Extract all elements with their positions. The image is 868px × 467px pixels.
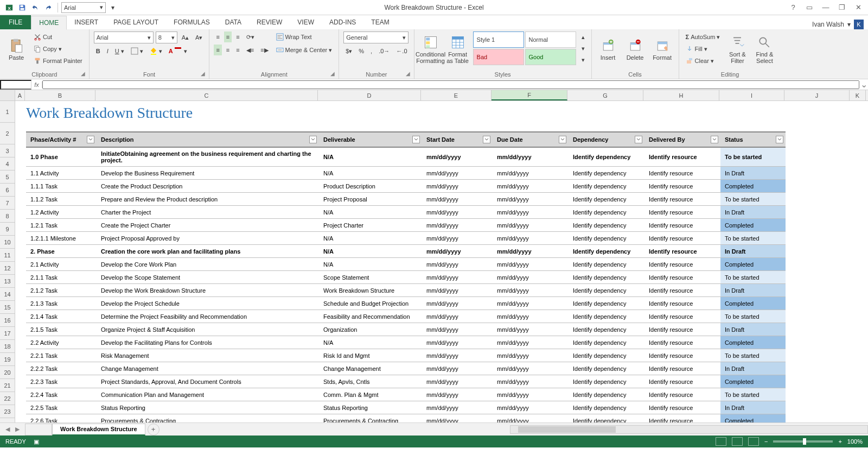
conditional-formatting-button[interactable]: Conditional Formatting bbox=[419, 31, 443, 67]
row-header-22[interactable]: 22 bbox=[0, 392, 15, 405]
table-cell[interactable]: 1.0 Phase bbox=[26, 147, 97, 167]
ribbon-tab-review[interactable]: REVIEW bbox=[249, 15, 290, 29]
table-cell[interactable]: Change Management bbox=[97, 362, 319, 375]
font-color-button[interactable]: A▾ bbox=[167, 46, 189, 56]
find-select-button[interactable]: Find & Select bbox=[752, 31, 776, 67]
row-header-24[interactable]: 24 bbox=[0, 418, 15, 422]
table-cell[interactable]: Identify dependency bbox=[569, 271, 644, 284]
table-cell[interactable]: Identify dependency bbox=[569, 206, 644, 219]
table-cell[interactable]: mm/dd/yyyy bbox=[422, 245, 493, 258]
table-cell[interactable]: In Draft bbox=[720, 167, 786, 180]
table-cell[interactable]: Product Description bbox=[319, 180, 422, 193]
filter-button[interactable] bbox=[711, 136, 718, 143]
table-cell[interactable]: Status Reporting bbox=[97, 401, 319, 414]
fx-icon[interactable]: fx bbox=[31, 81, 42, 88]
table-cell[interactable]: mm/dd/yyyy bbox=[493, 414, 569, 423]
table-cell[interactable]: Project Standards, Approval, And Documen… bbox=[97, 375, 319, 388]
alignment-launcher-icon[interactable]: ◢ bbox=[330, 71, 337, 77]
worksheet-grid[interactable]: ABCDEFGHIJK 1234567891011121314151617181… bbox=[0, 90, 868, 422]
insert-cells-button[interactable]: Insert bbox=[596, 31, 620, 67]
fill-color-button[interactable]: ▾ bbox=[148, 46, 164, 56]
formula-bar-expand-icon[interactable]: ⌄ bbox=[859, 79, 868, 90]
table-cell[interactable]: mm/dd/yyyy bbox=[422, 219, 493, 232]
align-bottom-icon[interactable]: ≡ bbox=[234, 31, 241, 42]
table-cell[interactable]: Stds, Apvls, Cntls bbox=[319, 375, 422, 388]
view-page-break-icon[interactable] bbox=[748, 437, 759, 446]
table-cell[interactable]: Project Proposal Approved by bbox=[97, 232, 319, 245]
table-cell[interactable]: 2.2.2 Task bbox=[26, 362, 97, 375]
table-cell[interactable]: mm/dd/yyyy bbox=[493, 349, 569, 362]
table-cell[interactable]: Identify dependency bbox=[569, 258, 644, 271]
table-cell[interactable]: 2.1.1 Task bbox=[26, 271, 97, 284]
table-cell[interactable]: N/A bbox=[319, 245, 422, 258]
row-header-9[interactable]: 9 bbox=[0, 223, 15, 236]
ribbon-tab-home[interactable]: HOME bbox=[31, 16, 67, 30]
table-cell[interactable]: mm/dd/yyyy bbox=[422, 362, 493, 375]
table-cell[interactable]: mm/dd/yyyy bbox=[422, 180, 493, 193]
row-header-21[interactable]: 21 bbox=[0, 379, 15, 392]
row-header-6[interactable]: 6 bbox=[0, 184, 15, 197]
table-cell[interactable]: mm/dd/yyyy bbox=[493, 388, 569, 401]
macro-record-icon[interactable]: ▣ bbox=[34, 438, 39, 445]
table-cell[interactable]: Develop the Project Schedule bbox=[97, 297, 319, 310]
table-cell[interactable]: In Draft bbox=[720, 401, 786, 414]
ribbon-tab-data[interactable]: DATA bbox=[218, 15, 249, 29]
table-cell[interactable]: In Draft bbox=[720, 323, 786, 336]
table-cell[interactable]: Identify dependency bbox=[569, 414, 644, 423]
table-cell[interactable]: Completed bbox=[720, 414, 786, 423]
zoom-slider[interactable] bbox=[773, 440, 833, 443]
table-cell[interactable]: N/A bbox=[319, 336, 422, 349]
table-cell[interactable]: 1.2.1.1 Milestone bbox=[26, 232, 97, 245]
table-cell[interactable]: Identify resource bbox=[644, 310, 720, 323]
table-cell[interactable]: mm/dd/yyyy bbox=[422, 284, 493, 297]
filter-button[interactable] bbox=[87, 136, 94, 143]
filter-button[interactable] bbox=[559, 136, 566, 143]
table-cell[interactable]: Identify resource bbox=[644, 219, 720, 232]
minimize-icon[interactable]: — bbox=[819, 2, 832, 13]
filter-button[interactable] bbox=[412, 136, 420, 143]
table-cell[interactable]: Organization bbox=[319, 323, 422, 336]
view-normal-icon[interactable] bbox=[716, 437, 726, 446]
table-cell[interactable]: 2.1.2 Task bbox=[26, 284, 97, 297]
column-header-J[interactable]: J bbox=[784, 90, 850, 100]
table-cell[interactable]: 2.1.4 Task bbox=[26, 310, 97, 323]
table-cell[interactable]: Identify resource bbox=[644, 336, 720, 349]
orientation-icon[interactable]: ⟳▾ bbox=[244, 31, 257, 42]
table-cell[interactable]: mm/dd/yyyy bbox=[422, 297, 493, 310]
row-header-19[interactable]: 19 bbox=[0, 353, 15, 366]
table-cell[interactable]: Identify resource bbox=[644, 167, 720, 180]
view-page-layout-icon[interactable] bbox=[732, 437, 743, 446]
close-icon[interactable]: ✕ bbox=[852, 2, 865, 13]
table-cell[interactable]: mm/dd/yyyy bbox=[422, 388, 493, 401]
underline-button[interactable]: U▾ bbox=[113, 46, 126, 56]
style-bad[interactable]: Bad bbox=[473, 49, 524, 65]
row-header-17[interactable]: 17 bbox=[0, 327, 15, 340]
ribbon-tab-page-layout[interactable]: PAGE LAYOUT bbox=[106, 15, 166, 29]
row-header-13[interactable]: 13 bbox=[0, 275, 15, 288]
autosum-button[interactable]: ΣAutoSum▾ bbox=[684, 31, 723, 42]
column-header-B[interactable]: B bbox=[25, 90, 95, 100]
align-center-icon[interactable]: ≡ bbox=[224, 45, 232, 55]
file-tab[interactable]: FILE bbox=[0, 15, 31, 29]
table-cell[interactable]: Completed bbox=[720, 180, 786, 193]
copy-button[interactable]: Copy▾ bbox=[31, 43, 85, 54]
table-cell[interactable]: Identify resource bbox=[644, 232, 720, 245]
table-cell[interactable]: To be started bbox=[720, 232, 786, 245]
table-cell[interactable]: 1.1.2 Task bbox=[26, 193, 97, 206]
table-cell[interactable]: 1.2.1 Task bbox=[26, 219, 97, 232]
table-cell[interactable]: Identify resource bbox=[644, 180, 720, 193]
table-cell[interactable]: In Draft bbox=[720, 362, 786, 375]
ribbon-tab-add-ins[interactable]: ADD-INS bbox=[322, 15, 363, 29]
table-cell[interactable]: Identify dependency bbox=[569, 310, 644, 323]
style-normal[interactable]: Normal bbox=[525, 31, 576, 48]
table-cell[interactable]: 2.2 Activity bbox=[26, 336, 97, 349]
row-header-14[interactable]: 14 bbox=[0, 288, 15, 301]
column-header-A[interactable]: A bbox=[15, 90, 25, 100]
table-cell[interactable]: Change Management bbox=[319, 362, 422, 375]
table-cell[interactable]: Identify resource bbox=[644, 297, 720, 310]
restore-icon[interactable]: ❐ bbox=[835, 2, 848, 13]
table-cell[interactable]: mm/dd/yyyy bbox=[422, 310, 493, 323]
zoom-level[interactable]: 100% bbox=[847, 438, 863, 445]
ribbon-tab-view[interactable]: VIEW bbox=[290, 15, 322, 29]
table-cell[interactable]: Identify dependency bbox=[569, 284, 644, 297]
